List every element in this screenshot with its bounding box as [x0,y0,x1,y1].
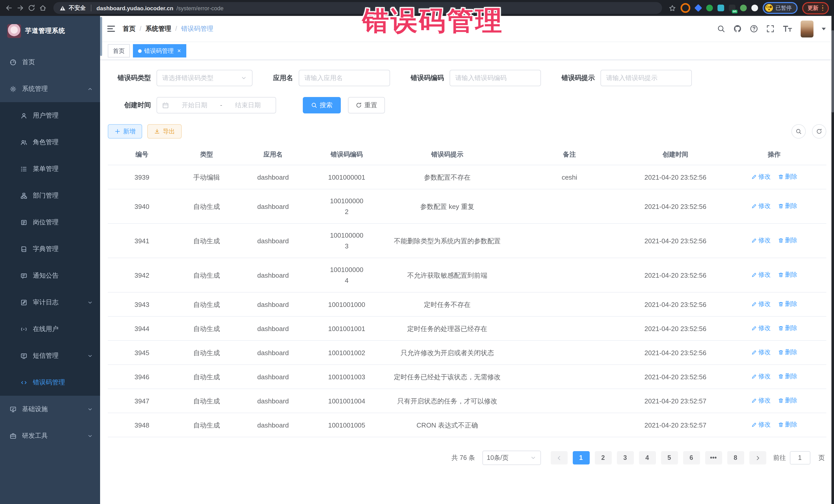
sidebar-item-infra[interactable]: 基础设施 [0,396,100,422]
sidebar-item-post[interactable]: 岗位管理 [0,209,100,236]
reload-icon[interactable] [28,4,36,12]
search-icon[interactable] [717,25,725,33]
edit-link[interactable]: 修改 [751,235,771,246]
breadcrumb-item[interactable]: 首页 [123,24,135,33]
edit-link[interactable]: 修改 [751,323,771,334]
select-error-code-type[interactable]: 请选择错误码类型 [156,70,253,86]
sidebar-scrollbar[interactable] [100,17,102,56]
sidebar-item-dev-tools[interactable]: 研发工具 [0,422,100,449]
delete-link[interactable]: 删除 [778,371,797,382]
cell-hint: 参数配置不存在 [385,165,510,189]
extension-puzzle-icon[interactable] [751,5,758,11]
forward-icon[interactable] [17,4,24,12]
error-code-table: 编号类型应用名错误码编码错误码提示备注创建时间操作 3939手动编辑dashbo… [108,146,826,437]
edit-link[interactable]: 修改 [751,299,771,309]
delete-link[interactable]: 删除 [778,299,797,309]
user-avatar[interactable] [800,20,813,37]
add-button[interactable]: 新增 [108,124,142,138]
page-button-5[interactable]: 5 [661,451,678,464]
filter-row-1: 错误码类型请选择错误码类型应用名错误码编码错误码提示 [108,70,826,86]
delete-link[interactable]: 删除 [778,323,797,334]
refresh-table-button[interactable] [812,124,826,138]
sidebar-item-dept[interactable]: 部门管理 [0,182,100,209]
browser-profile-chip[interactable]: 已暂停 [763,2,797,14]
cell-code: 100100000 3 [309,223,385,258]
extension-key-icon[interactable] [740,5,747,11]
url-bar[interactable]: 不安全 dashboard.yudao.iocoder.cn/system/er… [53,2,662,14]
delete-link[interactable]: 删除 [778,171,797,182]
cell-hint: 只有开启状态的任务，才可以修改 [385,389,510,413]
page-button-1[interactable]: 1 [572,451,589,464]
edit-link[interactable]: 修改 [751,269,771,280]
page-button-2[interactable]: 2 [595,451,612,464]
fullscreen-icon[interactable] [766,25,774,33]
page-scrollbar[interactable] [831,16,834,504]
edit-link[interactable]: 修改 [751,419,771,430]
input-app-name[interactable] [299,70,390,86]
github-icon[interactable] [733,25,742,33]
tags-bar: 首页错误码管理× [100,42,834,60]
page-button-8[interactable]: 8 [727,451,744,464]
edit-link[interactable]: 修改 [751,171,771,182]
search-button[interactable]: 搜索 [303,97,341,113]
sidebar-menu: 首页系统管理用户管理角色管理菜单管理部门管理岗位管理字典管理通知公告审计日志在线… [0,43,100,449]
reset-button[interactable]: 重置 [348,97,385,113]
close-icon[interactable]: × [177,48,181,54]
sidebar-item-role[interactable]: 角色管理 [0,129,100,155]
cell-code: 1001001003 [309,365,385,389]
extension-grid-icon[interactable] [718,5,724,11]
delete-link[interactable]: 删除 [778,269,797,280]
hide-search-button[interactable] [791,124,806,138]
avatar-caret-icon[interactable] [822,27,826,30]
sidebar-item-online-user[interactable]: 在线用户 [0,316,100,342]
sidebar-item-dict[interactable]: 字典管理 [0,236,100,262]
tab-error-code[interactable]: 错误码管理× [133,44,186,58]
breadcrumb-item[interactable]: 系统管理 [146,24,171,33]
extension-blue-gem-icon[interactable] [695,4,702,12]
delete-link[interactable]: 删除 [778,347,797,358]
export-button[interactable]: 导出 [147,124,182,138]
sidebar-item-menu[interactable]: 菜单管理 [0,155,100,182]
edit-link[interactable]: 修改 [751,395,771,406]
page-size-select[interactable]: 10条/页 [482,451,541,465]
date-range-input[interactable]: 开始日期 - 结束日期 [156,97,276,113]
font-size-icon[interactable] [783,25,792,33]
table-row: 3939手动编辑dashboard1001000001参数配置不存在ceshi2… [108,165,826,189]
next-page-button[interactable] [749,451,766,464]
sidebar-item-notice[interactable]: 通知公告 [0,262,100,289]
edit-link[interactable]: 修改 [751,201,771,212]
tab-home[interactable]: 首页 [108,44,130,58]
delete-link[interactable]: 删除 [778,201,797,212]
goto-page-input[interactable] [790,451,810,464]
delete-link[interactable]: 删除 [778,419,797,430]
page-button-3[interactable]: 3 [617,451,634,464]
back-icon[interactable] [5,4,13,12]
delete-link[interactable]: 删除 [778,395,797,406]
bookmark-star-icon[interactable] [669,4,676,12]
edit-link[interactable]: 修改 [751,371,771,382]
extension-onoff-icon[interactable]: on [729,5,736,11]
sidebar-item-audit-log[interactable]: 审计日志 [0,289,100,316]
extension-green-check-icon[interactable] [706,5,713,11]
sidebar-item-system[interactable]: 系统管理 [0,75,100,102]
home-icon[interactable] [39,4,47,12]
sidebar-item-error-code[interactable]: 错误码管理 [0,369,100,396]
browser-update-button[interactable]: 更新 [802,2,829,14]
more-pages-button[interactable]: ••• [705,451,722,464]
delete-link[interactable]: 删除 [778,235,797,246]
security-label[interactable]: 不安全 [69,4,86,12]
input-error-hint[interactable] [600,70,692,86]
column-header: 创建时间 [629,146,722,165]
help-icon[interactable] [750,25,758,33]
sidebar-item-user[interactable]: 用户管理 [0,102,100,129]
input-error-code[interactable] [449,70,541,86]
sidebar-item-sms[interactable]: 短信管理 [0,342,100,369]
sidebar-item-home[interactable]: 首页 [0,49,100,75]
edit-link[interactable]: 修改 [751,347,771,358]
browser-menu-icon[interactable] [822,5,823,11]
hamburger-icon[interactable] [107,26,115,32]
page-button-6[interactable]: 6 [683,451,700,464]
extension-orange-ring-icon[interactable] [681,3,690,13]
prev-page-button[interactable] [550,451,567,464]
page-button-4[interactable]: 4 [639,451,656,464]
